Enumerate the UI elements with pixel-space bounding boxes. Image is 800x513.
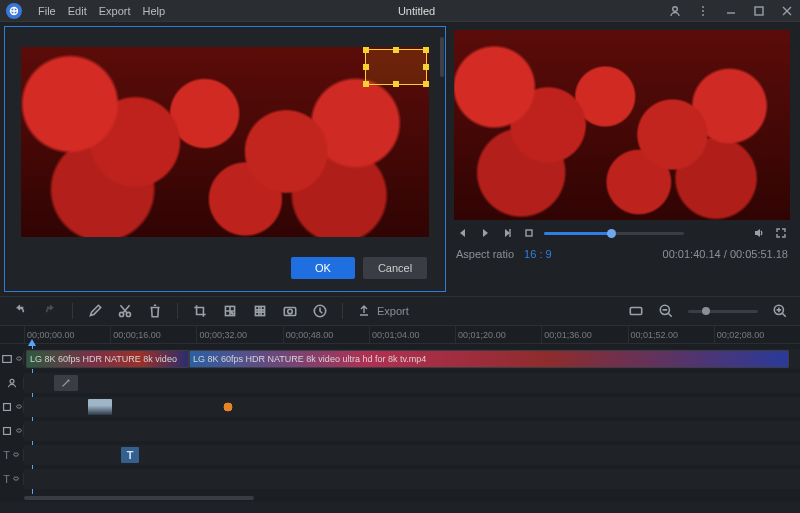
window-controls (668, 4, 794, 18)
crop-handle-br[interactable] (423, 81, 429, 87)
timeline: 00;00;00.00 00;00;16.00 00;00;32.00 00;0… (0, 326, 800, 502)
zoom-slider[interactable] (688, 310, 758, 313)
svg-point-4 (702, 14, 704, 16)
seek-bar[interactable] (544, 232, 684, 235)
effect-track[interactable] (0, 372, 800, 394)
play-icon[interactable] (478, 226, 492, 240)
svg-rect-6 (526, 230, 532, 236)
crop-handle-bc[interactable] (393, 81, 399, 87)
ruler-tick: 00;00;32.00 (196, 326, 282, 343)
svg-rect-20 (3, 428, 10, 435)
edit-icon[interactable] (87, 303, 103, 319)
overlay-track-2[interactable] (0, 420, 800, 442)
player-pane: Aspect ratio 16 : 9 00:01:40.14 / 00:05:… (450, 22, 800, 296)
aspect-ratio-row: Aspect ratio 16 : 9 00:01:40.14 / 00:05:… (454, 246, 790, 266)
account-icon[interactable] (668, 4, 682, 18)
window-title: Untitled (177, 5, 656, 17)
tracks: LG 8K 60fps HDR NATURE 8k video LG 8K 60… (0, 344, 800, 494)
toolbar: Export (0, 296, 800, 326)
ruler-tick: 00;01;36.00 (541, 326, 627, 343)
ruler-tick: 00;00;16.00 (110, 326, 196, 343)
clip-video-1[interactable]: LG 8K 60fps HDR NATURE 8k video (26, 350, 189, 368)
crop-handle-bl[interactable] (363, 81, 369, 87)
crop-preview[interactable] (21, 47, 429, 237)
grid-icon[interactable] (252, 303, 268, 319)
dialog-scrollbar[interactable] (439, 37, 445, 241)
timeline-scrollbar[interactable] (0, 494, 800, 502)
svg-rect-17 (2, 356, 11, 363)
text-track-2[interactable]: T (0, 468, 800, 490)
menu-export[interactable]: Export (99, 5, 131, 17)
time-ruler[interactable]: 00;00;00.00 00;00;16.00 00;00;32.00 00;0… (0, 326, 800, 344)
text-clip[interactable]: T (121, 447, 139, 463)
video-track-1[interactable]: LG 8K 60fps HDR NATURE 8k video LG 8K 60… (0, 348, 800, 370)
menu-help[interactable]: Help (143, 5, 166, 17)
fit-icon[interactable] (628, 303, 644, 319)
menu-edit[interactable]: Edit (68, 5, 87, 17)
cut-icon[interactable] (117, 303, 133, 319)
main-menu: File Edit Export Help (38, 5, 165, 17)
crop-dialog: OK Cancel (4, 26, 446, 292)
overlay-clip-2[interactable] (216, 399, 240, 415)
ruler-tick: 00;00;00.00 (24, 326, 110, 343)
fullscreen-icon[interactable] (774, 226, 788, 240)
minimize-icon[interactable] (724, 4, 738, 18)
maximize-icon[interactable] (752, 4, 766, 18)
svg-rect-5 (755, 7, 763, 15)
effect-clip[interactable] (54, 375, 78, 391)
app-logo (6, 3, 22, 19)
prev-frame-icon[interactable] (456, 226, 470, 240)
overlay-track[interactable] (0, 396, 800, 418)
export-button[interactable]: Export (357, 304, 409, 318)
svg-point-2 (702, 6, 704, 8)
aspect-value[interactable]: 16 : 9 (524, 248, 552, 260)
player-controls (454, 220, 790, 246)
delete-icon[interactable] (147, 303, 163, 319)
redo-icon[interactable] (42, 303, 58, 319)
camera-icon[interactable] (282, 303, 298, 319)
clip-video-2[interactable]: LG 8K 60fps HDR NATURE 8k video ultra hd… (189, 350, 789, 368)
text-track-1[interactable]: T T (0, 444, 800, 466)
undo-icon[interactable] (12, 303, 28, 319)
title-bar: File Edit Export Help Untitled (0, 0, 800, 22)
svg-point-1 (673, 6, 678, 11)
time-display: 00:01:40.14 / 00:05:51.18 (663, 248, 788, 260)
crop-image (21, 47, 429, 237)
zoom-out-icon[interactable] (658, 303, 674, 319)
ruler-tick: 00;01;20.00 (455, 326, 541, 343)
svg-point-18 (10, 379, 14, 383)
close-icon[interactable] (780, 4, 794, 18)
seek-knob[interactable] (607, 229, 616, 238)
svg-point-12 (288, 309, 293, 314)
more-icon[interactable] (696, 4, 710, 18)
ok-button[interactable]: OK (291, 257, 355, 279)
zoom-knob[interactable] (702, 307, 710, 315)
crop-icon[interactable] (192, 303, 208, 319)
ruler-tick: 00;00;48.00 (283, 326, 369, 343)
ruler-tick: 00;02;08.00 (714, 326, 800, 343)
ruler-tick: 00;01;52.00 (628, 326, 714, 343)
svg-rect-14 (630, 308, 641, 315)
crop-handle-lc[interactable] (363, 64, 369, 70)
player-preview[interactable] (454, 30, 790, 220)
mosaic-icon[interactable] (222, 303, 238, 319)
duration-icon[interactable] (312, 303, 328, 319)
volume-icon[interactable] (752, 226, 766, 240)
main-area: OK Cancel Aspect ratio 16 : 9 00:01:40.1… (0, 22, 800, 296)
cancel-button[interactable]: Cancel (363, 257, 427, 279)
svg-rect-19 (3, 404, 10, 411)
ruler-tick: 00;01;04.00 (369, 326, 455, 343)
crop-handle-tc[interactable] (393, 47, 399, 53)
crop-handle-rc[interactable] (423, 64, 429, 70)
zoom-in-icon[interactable] (772, 303, 788, 319)
svg-point-3 (702, 10, 704, 12)
next-frame-icon[interactable] (500, 226, 514, 240)
crop-handle-tl[interactable] (363, 47, 369, 53)
stop-icon[interactable] (522, 226, 536, 240)
dialog-buttons: OK Cancel (5, 247, 445, 291)
crop-selection[interactable] (365, 49, 427, 85)
aspect-label: Aspect ratio (456, 248, 514, 260)
menu-file[interactable]: File (38, 5, 56, 17)
crop-handle-tr[interactable] (423, 47, 429, 53)
overlay-clip-1[interactable] (88, 399, 112, 415)
